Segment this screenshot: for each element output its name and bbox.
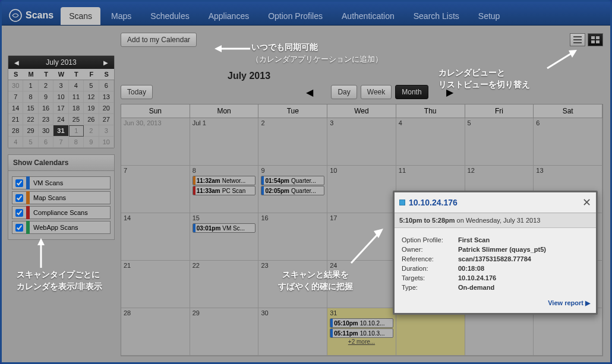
calendar-toggle[interactable]: WebApp Scans xyxy=(12,221,111,234)
calendar-event[interactable]: 05:11pm10.10.3... xyxy=(330,328,393,338)
calendar-toggle[interactable]: VM Scans xyxy=(12,176,111,189)
mini-day[interactable]: 1 xyxy=(69,125,84,137)
day-cell[interactable]: 7 xyxy=(121,166,190,213)
day-cell[interactable]: 16 xyxy=(258,213,327,261)
mini-day[interactable]: 24 xyxy=(53,114,68,125)
day-cell[interactable] xyxy=(396,308,465,356)
mini-day[interactable]: 5 xyxy=(23,137,38,148)
mini-day[interactable]: 31 xyxy=(53,125,68,137)
day-cell[interactable]: Jul 1 xyxy=(190,118,259,166)
mini-day[interactable]: 10 xyxy=(99,137,114,148)
day-cell[interactable]: 14 xyxy=(121,213,190,261)
day-cell[interactable]: 5 xyxy=(465,118,534,166)
mini-day[interactable]: 25 xyxy=(69,114,84,125)
close-icon[interactable]: ✕ xyxy=(582,196,591,209)
calendar-event[interactable]: 01:54pmQuarter... xyxy=(261,176,324,185)
day-view-button[interactable]: Day xyxy=(331,85,357,99)
calendar-checkbox[interactable] xyxy=(15,194,23,202)
mini-day[interactable]: 18 xyxy=(69,103,84,114)
mini-day[interactable]: 8 xyxy=(23,91,38,103)
today-button[interactable]: Today xyxy=(121,85,153,99)
mini-day[interactable]: 30 xyxy=(8,80,23,91)
mini-day[interactable]: 9 xyxy=(84,137,99,148)
tab-authentication[interactable]: Authentication xyxy=(333,7,403,25)
add-calendar-button[interactable]: Add to my Calendar xyxy=(121,33,197,47)
mini-day[interactable]: 1 xyxy=(23,80,38,91)
mini-day[interactable]: 2 xyxy=(39,80,53,91)
mini-day[interactable]: 6 xyxy=(99,80,114,91)
mini-day[interactable]: 9 xyxy=(39,91,53,103)
calendar-event[interactable]: 02:05pmQuarter... xyxy=(261,186,324,195)
mini-day[interactable]: 2 xyxy=(84,125,99,137)
view-report-link[interactable]: View report ▶ xyxy=(395,297,596,313)
mini-day[interactable]: 3 xyxy=(53,80,68,91)
mini-day[interactable]: 20 xyxy=(99,103,114,114)
day-cell[interactable]: 30 xyxy=(258,308,327,356)
month-view-button[interactable]: Month xyxy=(395,85,428,99)
mini-day[interactable]: 10 xyxy=(53,91,68,103)
day-cell[interactable]: 3 xyxy=(327,118,396,166)
mini-day[interactable]: 7 xyxy=(53,137,68,148)
mini-day[interactable]: 14 xyxy=(8,103,23,114)
tab-search-lists[interactable]: Search Lists xyxy=(405,7,468,25)
day-cell[interactable] xyxy=(534,308,602,356)
mini-day[interactable]: 4 xyxy=(8,137,23,148)
calendar-event[interactable]: 11:33amPC Scan xyxy=(193,186,256,195)
calendar-checkbox[interactable] xyxy=(15,224,23,232)
mini-day[interactable]: 22 xyxy=(23,114,38,125)
day-cell[interactable]: 28 xyxy=(121,308,190,356)
day-cell[interactable]: 2 xyxy=(258,118,327,166)
mini-day[interactable]: 15 xyxy=(23,103,38,114)
calendar-event[interactable]: 03:01pmVM Sc... xyxy=(193,223,256,233)
mini-prev-icon[interactable]: ◀ xyxy=(12,59,21,66)
mini-day[interactable]: 4 xyxy=(69,80,84,91)
mini-day[interactable]: 29 xyxy=(23,125,38,137)
more-events-link[interactable]: +2 more... xyxy=(327,338,396,345)
calendar-view-icon[interactable] xyxy=(588,33,603,46)
tab-setup[interactable]: Setup xyxy=(470,7,509,25)
day-cell[interactable]: 29 xyxy=(190,308,259,356)
mini-day[interactable]: 16 xyxy=(39,103,53,114)
tab-appliances[interactable]: Appliances xyxy=(200,7,258,25)
mini-day[interactable]: 17 xyxy=(53,103,68,114)
mini-day[interactable]: 21 xyxy=(8,114,23,125)
list-view-icon[interactable] xyxy=(570,33,585,46)
day-cell[interactable]: 6 xyxy=(534,118,602,166)
week-view-button[interactable]: Week xyxy=(361,85,392,99)
tab-scans[interactable]: Scans xyxy=(61,7,100,25)
calendar-checkbox[interactable] xyxy=(15,209,23,217)
mini-day[interactable]: 11 xyxy=(69,91,84,103)
mini-day[interactable]: 30 xyxy=(39,125,53,137)
mini-day[interactable]: 27 xyxy=(99,114,114,125)
mini-next-icon[interactable]: ▶ xyxy=(101,59,111,66)
mini-day[interactable]: 3 xyxy=(99,125,114,137)
day-cell[interactable]: 23 xyxy=(258,261,327,308)
calendar-event[interactable]: 05:10pm10.10.2... xyxy=(330,318,393,328)
next-month-icon[interactable]: ▶ xyxy=(446,87,453,98)
mini-day[interactable]: 23 xyxy=(39,114,53,125)
mini-day[interactable]: 8 xyxy=(69,137,84,148)
day-cell[interactable]: 17 xyxy=(327,213,396,261)
day-cell[interactable]: 3105:10pm10.10.2...05:11pm10.10.3...+2 m… xyxy=(327,308,396,356)
tab-option-profiles[interactable]: Option Profiles xyxy=(260,7,331,25)
day-cell[interactable]: 4 xyxy=(396,118,465,166)
day-cell[interactable]: Jun 30, 2013 xyxy=(121,118,190,166)
day-cell[interactable]: 22 xyxy=(190,261,259,308)
tab-maps[interactable]: Maps xyxy=(103,7,140,25)
day-cell[interactable]: 1503:01pmVM Sc... xyxy=(190,213,259,261)
prev-month-icon[interactable]: ◀ xyxy=(306,87,313,98)
calendar-event[interactable]: 11:32amNetwor... xyxy=(193,176,256,185)
mini-day[interactable]: 19 xyxy=(84,103,99,114)
day-cell[interactable]: 10 xyxy=(327,166,396,213)
day-cell[interactable]: 811:32amNetwor...11:33amPC Scan xyxy=(190,166,259,213)
day-cell[interactable]: 21 xyxy=(121,261,190,308)
tab-schedules[interactable]: Schedules xyxy=(142,7,197,25)
mini-day[interactable]: 13 xyxy=(99,91,114,103)
calendar-toggle[interactable]: Map Scans xyxy=(12,191,111,204)
mini-day[interactable]: 7 xyxy=(8,91,23,103)
day-cell[interactable] xyxy=(465,308,534,356)
mini-day[interactable]: 12 xyxy=(84,91,99,103)
mini-day[interactable]: 28 xyxy=(8,125,23,137)
day-cell[interactable]: 24 xyxy=(327,261,396,308)
mini-day[interactable]: 5 xyxy=(84,80,99,91)
